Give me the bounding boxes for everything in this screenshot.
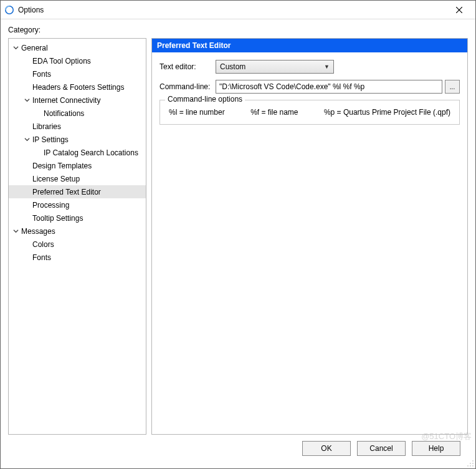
tree-item[interactable]: General — [9, 41, 146, 54]
cancel-button[interactable]: Cancel — [357, 441, 406, 456]
text-editor-value: Custom — [220, 62, 245, 71]
tree-item-label: Fonts — [32, 253, 51, 262]
tree-item[interactable]: Messages — [9, 225, 146, 238]
opt-line-number: %l = line number — [169, 108, 225, 117]
options-row: %l = line number %f = file name %p = Qua… — [168, 107, 452, 117]
chevron-down-icon[interactable] — [11, 227, 20, 236]
tree-item[interactable]: Design Templates — [9, 159, 146, 172]
panel-title: Preferred Text Editor — [152, 39, 467, 52]
svg-point-8 — [472, 465, 474, 467]
tree-item[interactable]: IP Settings — [9, 133, 146, 146]
svg-point-7 — [470, 465, 471, 467]
command-line-label: Command-line: — [159, 82, 216, 91]
tree-item[interactable]: Preferred Text Editor — [9, 185, 146, 198]
tree-item[interactable]: Fonts — [9, 251, 146, 264]
close-icon — [456, 7, 462, 13]
panel-body: Text editor: Custom ▼ Command-line: ... — [152, 52, 467, 434]
svg-point-6 — [467, 465, 469, 467]
window-title: Options — [18, 6, 447, 14]
dialog-body: Category: GeneralEDA Tool OptionsFontsHe… — [1, 19, 475, 468]
svg-point-5 — [472, 463, 474, 464]
tree-item-label: General — [21, 44, 48, 52]
tree-item[interactable]: Libraries — [9, 120, 146, 133]
options-dialog: Options Category: GeneralEDA Tool Option… — [0, 0, 476, 469]
tree-item[interactable]: Internet Connectivity — [9, 94, 146, 107]
ok-button[interactable]: OK — [302, 441, 351, 456]
chevron-down-icon: ▼ — [324, 64, 330, 70]
tree-item[interactable]: Notifications — [9, 107, 146, 120]
chevron-down-icon[interactable] — [22, 135, 31, 144]
tree-item[interactable]: Headers & Footers Settings — [9, 80, 146, 94]
titlebar: Options — [1, 1, 475, 19]
tree-item-label: Internet Connectivity — [32, 96, 100, 105]
category-tree[interactable]: GeneralEDA Tool OptionsFontsHeaders & Fo… — [8, 38, 146, 435]
tree-item-label: Design Templates — [32, 162, 92, 170]
dialog-footer: OK Cancel Help — [8, 435, 468, 462]
tree-item-label: IP Catalog Search Locations — [44, 148, 138, 157]
tree-item-label: Processing — [32, 201, 69, 210]
resize-grip-icon[interactable] — [465, 458, 474, 467]
tree-item-label: Fonts — [32, 70, 51, 79]
tree-item[interactable]: EDA Tool Options — [9, 54, 146, 67]
tree-item-label: Colors — [32, 240, 54, 249]
tree-item[interactable]: Processing — [9, 198, 146, 211]
browse-button[interactable]: ... — [445, 80, 460, 94]
command-line-input[interactable] — [216, 80, 442, 94]
tree-item[interactable]: License Setup — [9, 172, 146, 185]
opt-file-name: %f = file name — [250, 108, 298, 117]
content-pane: Preferred Text Editor Text editor: Custo… — [151, 38, 468, 435]
chevron-down-icon[interactable] — [11, 44, 20, 52]
tree-item-label: Messages — [21, 227, 55, 236]
tree-item[interactable]: Tooltip Settings — [9, 211, 146, 225]
tree-item-label: License Setup — [32, 175, 80, 183]
opt-project-file: %p = Quartus Prime Project File (.qpf) — [324, 108, 450, 117]
command-line-options-group: Command-line options %l = line number %f… — [159, 100, 460, 125]
category-label: Category: — [8, 26, 468, 34]
panes: GeneralEDA Tool OptionsFontsHeaders & Fo… — [8, 38, 468, 435]
tree-item[interactable]: Fonts — [9, 67, 146, 80]
tree-item[interactable]: IP Catalog Search Locations — [9, 146, 146, 159]
browse-label: ... — [450, 84, 455, 90]
tree-item[interactable]: Colors — [9, 238, 146, 251]
tree-item-label: EDA Tool Options — [32, 57, 91, 65]
svg-point-3 — [472, 460, 474, 462]
svg-point-4 — [470, 463, 471, 464]
tree-item-label: Tooltip Settings — [32, 214, 83, 223]
tree-item-label: IP Settings — [32, 135, 69, 144]
app-icon — [4, 5, 14, 15]
tree-item-label: Preferred Text Editor — [32, 188, 101, 196]
help-button[interactable]: Help — [412, 441, 460, 456]
text-editor-dropdown[interactable]: Custom ▼ — [216, 60, 334, 74]
close-button[interactable] — [447, 1, 472, 19]
command-line-row: Command-line: ... — [159, 80, 460, 94]
tree-item-label: Headers & Footers Settings — [32, 83, 124, 92]
options-legend: Command-line options — [165, 95, 245, 104]
text-editor-label: Text editor: — [159, 62, 216, 71]
tree-item-label: Libraries — [32, 122, 61, 131]
tree-item-label: Notifications — [44, 109, 84, 118]
text-editor-row: Text editor: Custom ▼ — [159, 60, 460, 74]
chevron-down-icon[interactable] — [22, 96, 31, 105]
